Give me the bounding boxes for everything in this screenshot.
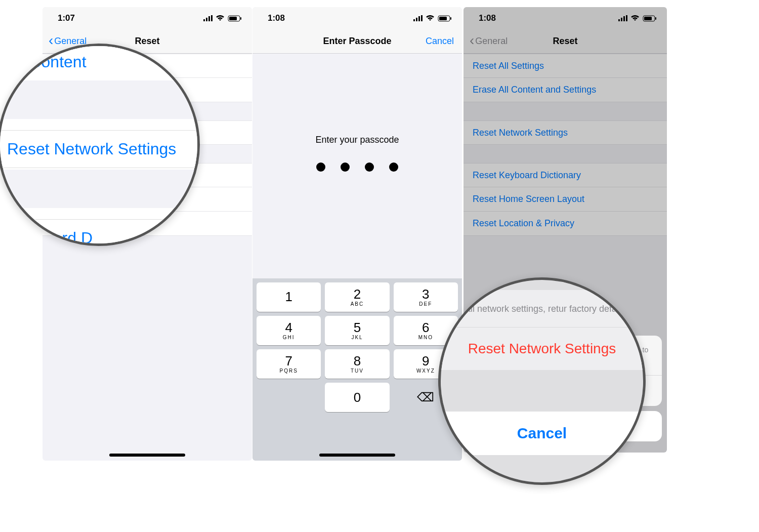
keypad-3[interactable]: 3DEF: [394, 282, 458, 312]
cancel-button[interactable]: Cancel: [426, 36, 454, 47]
home-indicator[interactable]: [319, 454, 395, 457]
keypad-5[interactable]: 5JKL: [325, 316, 389, 345]
svg-rect-2: [208, 16, 210, 21]
wifi-icon: [426, 15, 435, 21]
status-time: 1:07: [58, 13, 75, 23]
svg-rect-12: [439, 17, 447, 20]
svg-rect-10: [421, 15, 423, 21]
mag-sheet-cancel[interactable]: Cancel: [438, 412, 646, 455]
svg-rect-9: [418, 16, 420, 21]
passcode-dot: [365, 162, 374, 172]
status-indicators: [203, 15, 242, 22]
cellular-icon: [203, 15, 213, 21]
status-bar: 1:07: [43, 7, 252, 29]
keypad-8[interactable]: 8TUV: [325, 349, 389, 379]
keypad-blank: [257, 383, 321, 412]
home-indicator[interactable]: [109, 454, 185, 457]
nav-bar: Enter Passcode Cancel: [252, 29, 462, 54]
passcode-prompt: Enter your passcode: [252, 135, 462, 145]
keypad-0[interactable]: 0: [325, 383, 389, 412]
status-bar: 1:08: [252, 7, 462, 29]
cellular-icon: [413, 15, 423, 21]
svg-rect-0: [203, 19, 205, 21]
keypad-4[interactable]: 4GHI: [257, 316, 321, 345]
keypad-2[interactable]: 2ABC: [325, 282, 389, 312]
chevron-left-icon: ‹: [49, 33, 53, 48]
passcode-dots: [252, 162, 462, 172]
mag-sheet-destructive[interactable]: Reset Network Settings: [438, 328, 646, 370]
screen-2-enter-passcode: 1:08 Enter Passcode Cancel Enter your pa…: [252, 7, 462, 461]
numeric-keypad: 1 2ABC 3DEF 4GHI 5JKL 6MNO 7PQRS 8TUV 9W…: [252, 278, 462, 461]
backspace-icon: ⌫: [417, 391, 434, 403]
mag-row-reset-network[interactable]: Reset Network Settings: [0, 130, 197, 168]
magnifier-confirm-sheet: ete all network settings, retur factory …: [438, 277, 646, 485]
svg-rect-7: [413, 19, 415, 21]
passcode-dot: [341, 162, 350, 172]
passcode-dot: [389, 162, 398, 172]
passcode-prompt-area: Enter your passcode: [252, 54, 462, 172]
svg-rect-8: [416, 18, 417, 21]
keypad-1[interactable]: 1: [257, 282, 321, 312]
wifi-icon: [216, 15, 225, 21]
status-time: 1:08: [268, 13, 285, 23]
magnifier-reset-network: All Content Reset Network Settings Keybo…: [0, 44, 200, 246]
battery-icon: [228, 15, 242, 22]
svg-rect-6: [240, 17, 241, 20]
svg-rect-1: [206, 18, 207, 21]
passcode-dot: [316, 162, 325, 172]
battery-icon: [438, 15, 452, 22]
svg-rect-3: [211, 15, 213, 21]
svg-rect-13: [450, 17, 451, 20]
svg-rect-5: [229, 17, 237, 20]
keypad-7[interactable]: 7PQRS: [257, 349, 321, 379]
status-indicators: [413, 15, 452, 22]
